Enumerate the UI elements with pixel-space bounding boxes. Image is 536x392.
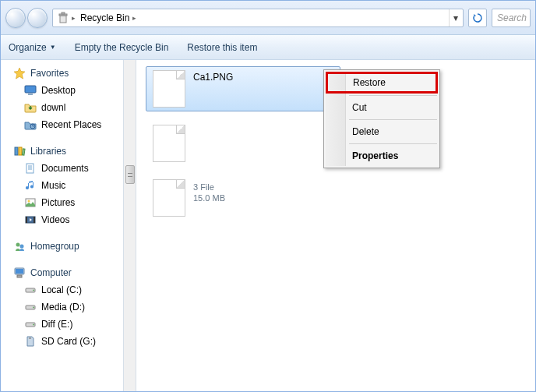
nav-item-label: Music bbox=[41, 180, 65, 191]
breadcrumb-segment[interactable]: Recycle Bin ▸ bbox=[76, 11, 141, 25]
nav-header-libraries[interactable]: Libraries bbox=[1, 143, 123, 160]
empty-recycle-bin-button[interactable]: Empty the Recycle Bin bbox=[75, 42, 169, 53]
restore-item-button[interactable]: Restore this item bbox=[187, 42, 257, 53]
file-thumbnail-icon bbox=[153, 70, 185, 108]
file-info: 3 File 15.0 MB bbox=[193, 179, 225, 203]
homegroup-icon bbox=[13, 240, 26, 253]
refresh-button[interactable] bbox=[468, 9, 487, 27]
back-button[interactable] bbox=[5, 8, 26, 28]
svg-rect-13 bbox=[26, 217, 27, 223]
nav-item-pictures[interactable]: Pictures bbox=[1, 194, 123, 211]
file-item[interactable] bbox=[146, 121, 340, 166]
nav-header-favorites[interactable]: Favorites bbox=[1, 65, 123, 82]
command-bar: Organize ▼ Empty the Recycle Bin Restore… bbox=[1, 35, 535, 60]
search-placeholder: Search bbox=[497, 12, 527, 23]
nav-item-downl[interactable]: downl bbox=[1, 99, 123, 116]
nav-item-desktop[interactable]: Desktop bbox=[1, 82, 123, 99]
nav-item-sdcard-g[interactable]: SD Card (G:) bbox=[1, 333, 123, 350]
svg-rect-2 bbox=[62, 12, 65, 14]
star-icon bbox=[13, 67, 26, 79]
svg-rect-19 bbox=[17, 275, 22, 277]
address-bar: ▸ Recycle Bin ▸ ▾ Search bbox=[1, 1, 535, 35]
forward-button[interactable] bbox=[27, 8, 48, 28]
main-area: Favorites Desktop downl Recent Places Li… bbox=[1, 60, 535, 391]
svg-rect-7 bbox=[19, 147, 22, 155]
context-menu-delete[interactable]: Delete bbox=[326, 122, 438, 142]
file-item[interactable]: 3 File 15.0 MB bbox=[146, 175, 340, 221]
desktop-icon bbox=[24, 84, 37, 97]
svg-rect-14 bbox=[34, 217, 35, 223]
organize-menu[interactable]: Organize ▼ bbox=[9, 42, 56, 53]
nav-item-documents[interactable]: Documents bbox=[1, 160, 123, 177]
nav-item-local-c[interactable]: Local (C:) bbox=[1, 281, 123, 298]
address-dropdown[interactable]: ▾ bbox=[449, 9, 461, 26]
svg-rect-6 bbox=[15, 147, 18, 155]
nav-label: Libraries bbox=[30, 146, 66, 157]
navigation-pane: Favorites Desktop downl Recent Places Li… bbox=[1, 60, 124, 391]
svg-rect-18 bbox=[16, 269, 23, 274]
svg-point-16 bbox=[20, 245, 24, 249]
nav-label: Computer bbox=[30, 267, 72, 278]
nav-group-favorites: Favorites Desktop downl Recent Places bbox=[1, 65, 123, 133]
drive-icon bbox=[24, 318, 37, 330]
dropdown-arrow-icon: ▼ bbox=[50, 44, 56, 51]
svg-rect-27 bbox=[30, 337, 31, 339]
svg-point-23 bbox=[33, 307, 34, 309]
nav-label: Homegroup bbox=[30, 241, 79, 252]
file-thumbnail-icon bbox=[153, 179, 185, 217]
nav-item-videos[interactable]: Videos bbox=[1, 211, 123, 228]
search-input[interactable]: Search bbox=[492, 9, 531, 27]
recent-places-icon bbox=[24, 118, 37, 131]
nav-item-label: Documents bbox=[41, 163, 89, 174]
chevron-right-icon: ▸ bbox=[132, 14, 136, 22]
file-info: Ca1.PNG bbox=[193, 70, 233, 83]
nav-item-label: Local (C:) bbox=[41, 284, 82, 295]
nav-item-label: SD Card (G:) bbox=[41, 336, 96, 347]
nav-label: Favorites bbox=[30, 68, 69, 79]
context-menu: Restore Cut Delete Properties bbox=[323, 69, 440, 168]
nav-item-label: Desktop bbox=[41, 85, 76, 96]
location-breadcrumb[interactable]: ▸ Recycle Bin ▸ ▾ bbox=[52, 9, 464, 27]
svg-point-25 bbox=[33, 324, 34, 326]
nav-group-libraries: Libraries Documents Music Pictures Video… bbox=[1, 143, 123, 228]
nav-item-label: Pictures bbox=[41, 197, 75, 208]
nav-item-diff-e[interactable]: Diff (E:) bbox=[1, 316, 123, 333]
svg-rect-3 bbox=[25, 86, 36, 93]
download-folder-icon bbox=[24, 101, 37, 114]
file-subtext: 15.0 MB bbox=[193, 193, 225, 203]
svg-rect-26 bbox=[29, 337, 30, 339]
file-thumbnail-icon bbox=[153, 125, 185, 162]
file-item[interactable]: Ca1.PNG bbox=[146, 66, 340, 111]
context-menu-cut[interactable]: Cut bbox=[326, 97, 438, 118]
file-subtext: 3 File bbox=[193, 182, 225, 192]
empty-label: Empty the Recycle Bin bbox=[75, 42, 169, 53]
drive-icon bbox=[24, 301, 37, 313]
nav-header-homegroup[interactable]: Homegroup bbox=[1, 238, 123, 255]
svg-rect-0 bbox=[60, 16, 66, 23]
nav-header-computer[interactable]: Computer bbox=[1, 264, 123, 281]
documents-icon bbox=[24, 162, 37, 175]
svg-rect-9 bbox=[26, 164, 34, 173]
videos-icon bbox=[24, 214, 37, 226]
svg-rect-4 bbox=[28, 94, 33, 95]
svg-point-11 bbox=[28, 200, 30, 203]
nav-group-computer: Computer Local (C:) Media (D:) Diff (E:)… bbox=[1, 264, 123, 350]
libraries-icon bbox=[13, 145, 26, 157]
drive-icon bbox=[24, 284, 37, 296]
menu-label: Delete bbox=[352, 126, 379, 137]
nav-item-music[interactable]: Music bbox=[1, 177, 123, 194]
menu-label: Restore bbox=[353, 77, 386, 88]
nav-item-recent-places[interactable]: Recent Places bbox=[1, 116, 123, 133]
context-menu-restore[interactable]: Restore bbox=[326, 72, 438, 94]
scrollbar-thumb[interactable] bbox=[125, 165, 135, 184]
nav-item-label: Recent Places bbox=[41, 119, 101, 130]
music-icon bbox=[24, 179, 37, 192]
nav-item-label: downl bbox=[41, 102, 65, 113]
nav-group-homegroup: Homegroup bbox=[1, 238, 123, 255]
sidebar-scrollbar[interactable] bbox=[124, 60, 136, 391]
nav-item-label: Media (D:) bbox=[41, 302, 85, 313]
context-menu-separator bbox=[349, 119, 437, 120]
nav-item-media-d[interactable]: Media (D:) bbox=[1, 298, 123, 316]
context-menu-properties[interactable]: Properties bbox=[326, 146, 438, 166]
recycle-bin-icon bbox=[56, 11, 70, 25]
